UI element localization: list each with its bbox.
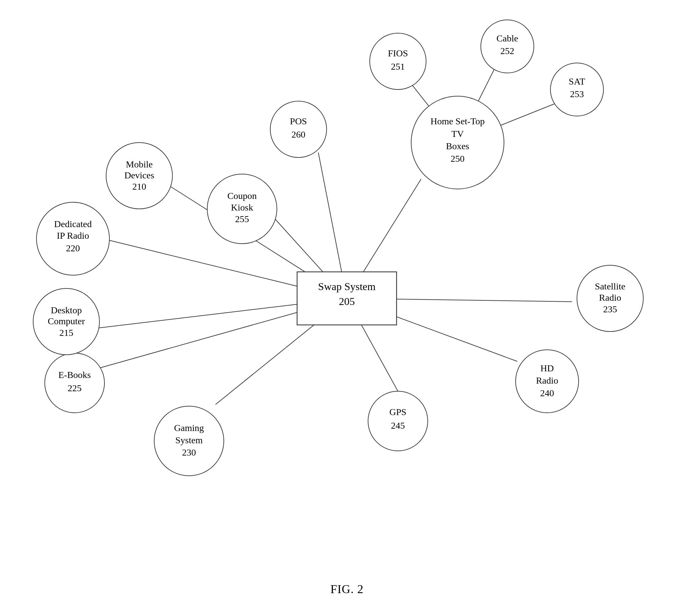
desktop-computer-label: Desktop: [51, 305, 81, 315]
svg-text:Radio: Radio: [536, 375, 559, 386]
e-books-label: E-Books: [58, 370, 91, 380]
gaming-system-label: Gaming: [174, 423, 204, 433]
svg-text:245: 245: [391, 421, 405, 431]
svg-text:Radio: Radio: [599, 293, 621, 303]
svg-text:225: 225: [68, 383, 81, 393]
hd-radio-label: HD: [541, 363, 554, 373]
network-diagram: Swap System 205 Dedicated IP Radio 220 M…: [0, 0, 694, 616]
svg-text:220: 220: [66, 243, 80, 253]
svg-text:IP Radio: IP Radio: [57, 230, 89, 241]
svg-text:235: 235: [603, 304, 617, 314]
svg-text:Computer: Computer: [48, 316, 85, 326]
svg-text:Kiosk: Kiosk: [231, 202, 253, 212]
coupon-kiosk-label: Coupon: [227, 191, 257, 201]
svg-text:Devices: Devices: [124, 170, 154, 180]
swap-system-label: Swap System: [318, 280, 375, 293]
svg-text:253: 253: [570, 89, 584, 99]
home-set-top-label: Home Set-Top: [431, 116, 485, 126]
pos-label: POS: [290, 116, 307, 126]
svg-text:251: 251: [391, 61, 405, 72]
svg-text:TV: TV: [451, 129, 463, 139]
svg-text:Boxes: Boxes: [446, 141, 469, 151]
swap-system-number: 205: [339, 295, 355, 307]
svg-text:230: 230: [182, 447, 196, 458]
svg-text:210: 210: [132, 181, 146, 192]
satellite-radio-label: Satellite: [595, 281, 625, 292]
svg-text:250: 250: [451, 153, 464, 164]
svg-text:System: System: [176, 435, 203, 445]
svg-text:215: 215: [59, 328, 73, 338]
svg-text:260: 260: [291, 129, 305, 139]
dedicated-ip-radio-label: Dedicated: [54, 219, 92, 229]
svg-text:255: 255: [235, 214, 249, 224]
figure-label: FIG. 2: [330, 582, 363, 596]
fios-label: FIOS: [388, 48, 408, 58]
cable-label: Cable: [496, 33, 518, 43]
sat-label: SAT: [569, 76, 585, 87]
svg-text:252: 252: [500, 46, 514, 56]
mobile-devices-label: Mobile: [126, 159, 153, 169]
svg-text:240: 240: [540, 388, 554, 398]
gps-label: GPS: [389, 407, 406, 417]
